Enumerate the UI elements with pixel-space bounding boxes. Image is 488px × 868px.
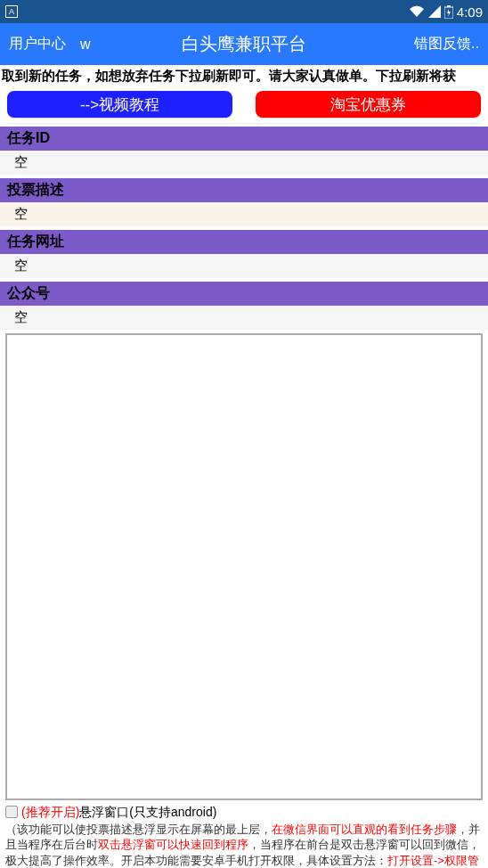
feedback-link[interactable]: 错图反馈.. — [414, 35, 479, 53]
status-left: A — [5, 5, 18, 18]
page-title: 白头鹰兼职平台 — [182, 32, 306, 56]
status-right: 4:09 — [409, 4, 483, 20]
video-tutorial-button[interactable]: -->视频教程 — [7, 91, 232, 118]
vote-desc-value: 空 — [0, 202, 488, 226]
signal-icon — [428, 5, 441, 18]
android-status-bar: A 4:09 — [0, 0, 488, 23]
gzh-value: 空 — [0, 306, 488, 330]
vote-desc-header: 投票描述 — [0, 178, 488, 202]
floating-window-desc: （该功能可以使投票描述悬浮显示在屏幕的最上层，在微信界面可以直观的看到任务步骤，… — [5, 822, 483, 868]
recommend-tag: (推荐开启) — [21, 805, 79, 819]
divider — [7, 123, 481, 125]
app-bar: 用户中心 w 白头鹰兼职平台 错图反馈.. — [0, 23, 488, 65]
floating-window-option: (推荐开启)悬浮窗口(只支持android) （该功能可以使投票描述悬浮显示在屏… — [0, 802, 488, 868]
task-id-value: 空 — [0, 151, 488, 175]
task-url-header: 任务网址 — [0, 230, 488, 254]
status-time: 4:09 — [457, 4, 483, 20]
wifi-icon — [409, 5, 425, 18]
battery-icon — [444, 5, 453, 19]
app-bar-w[interactable]: w — [80, 37, 91, 53]
floating-window-checkbox[interactable] — [5, 806, 18, 818]
notice-marquee: 取到新的任务，如想放弃任务下拉刷新即可。请大家认真做单。下拉刷新将获 — [0, 65, 488, 87]
svg-rect-1 — [447, 5, 451, 7]
user-center-link[interactable]: 用户中心 — [9, 35, 66, 53]
taobao-coupon-button[interactable]: 淘宝优惠券 — [256, 91, 481, 118]
content-panel[interactable] — [5, 333, 483, 800]
task-url-value: 空 — [0, 254, 488, 278]
floating-window-title: 悬浮窗口(只支持android) — [79, 805, 216, 819]
task-id-header: 任务ID — [0, 127, 488, 151]
floating-window-label: (推荐开启)悬浮窗口(只支持android) — [21, 804, 216, 821]
gzh-header: 公众号 — [0, 282, 488, 306]
button-row: -->视频教程 淘宝优惠券 — [0, 87, 488, 123]
app-indicator-icon: A — [5, 5, 18, 18]
